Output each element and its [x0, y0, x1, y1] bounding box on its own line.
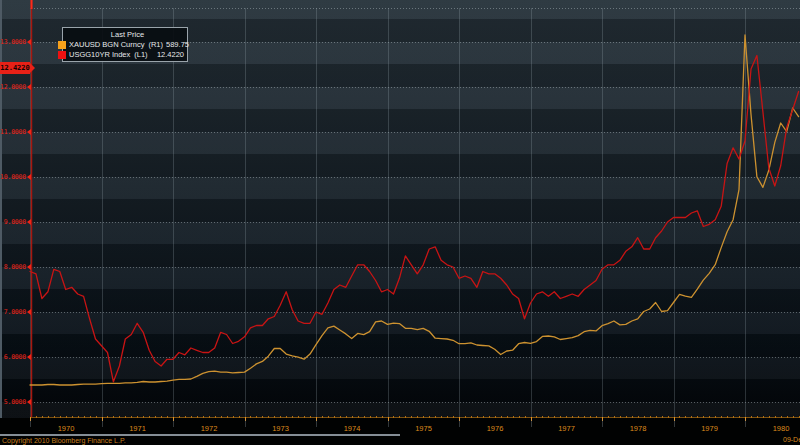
x-axis-label: 1973 — [245, 424, 317, 433]
legend-series-name: XAUUSD BGN Curncy — [69, 40, 144, 49]
axis-tick-arrow-icon — [27, 354, 31, 360]
x-axis-label: 1971 — [102, 424, 174, 433]
x-axis-label: 1978 — [602, 424, 674, 433]
y-axis-label: 7.0000 — [0, 307, 31, 317]
y-axis-label: 11.0000 — [0, 127, 31, 137]
axis-tick-arrow-icon — [27, 219, 31, 225]
axis-tick-arrow-icon — [27, 309, 31, 315]
legend-title: Last Price — [63, 30, 184, 39]
y-axis-label: 13.0000 — [0, 37, 31, 47]
x-axis-label: 1975 — [388, 424, 460, 433]
x-axis-label: 1979 — [674, 424, 746, 433]
y-axis-label: 9.0000 — [0, 217, 31, 227]
axis-tick-arrow-icon — [27, 174, 31, 180]
x-axis-label: 1980 — [745, 424, 800, 433]
x-axis-label: 1976 — [459, 424, 531, 433]
legend-series-value: 589.75 — [163, 40, 189, 49]
y-axis-label: 10.0000 — [0, 172, 31, 182]
x-axis-label: 1974 — [316, 424, 388, 433]
series-line-usgg10yr[interactable] — [30, 56, 799, 382]
x-axis-label: 1970 — [30, 424, 102, 433]
legend[interactable]: Last Price XAUUSD BGN Curncy (R1) 589.75… — [62, 27, 188, 62]
window-separator-line — [0, 434, 400, 436]
y-axis-label: 5.0000 — [0, 397, 31, 407]
y-axis-label: 8.0000 — [0, 262, 31, 272]
chart-plot-area[interactable] — [0, 0, 800, 445]
axis-tick-arrow-icon — [27, 39, 31, 45]
x-axis-label: 1977 — [531, 424, 603, 433]
clipped-date-text: 09-De — [783, 436, 800, 443]
axis-tick-arrow-icon — [27, 399, 31, 405]
axis-tick-arrow-icon — [27, 264, 31, 270]
legend-item-xauusd[interactable]: XAUUSD BGN Curncy (R1) 589.75 — [63, 40, 184, 49]
legend-series-scale: (L1) — [134, 50, 147, 59]
axis-tick-arrow-icon — [27, 84, 31, 90]
axis-tick-arrow-icon — [27, 129, 31, 135]
bloomberg-chart-window: 13.000012.000011.000010.00009.00008.0000… — [0, 0, 800, 445]
legend-series-scale: (R1) — [148, 40, 163, 49]
legend-item-usgg10yr[interactable]: USGG10YR Index (L1) 12.4220 — [63, 50, 184, 59]
legend-series-value: 12.4220 — [154, 50, 184, 59]
legend-series-name: USGG10YR Index — [69, 50, 130, 59]
y-axis-label: 12.0000 — [0, 82, 31, 92]
xauusd-swatch-icon — [58, 41, 66, 49]
y-axis-label: 6.0000 — [0, 352, 31, 362]
usgg10yr-swatch-icon — [58, 51, 66, 59]
copyright-text: Copyright 2010 Bloomberg Finance L.P. — [2, 437, 126, 444]
x-axis-label: 1972 — [173, 424, 245, 433]
last-price-marker: 12.4220 — [0, 62, 30, 74]
